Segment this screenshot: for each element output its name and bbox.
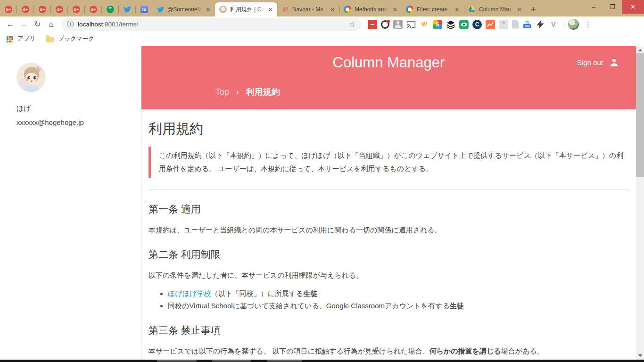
google-api-icon — [344, 6, 351, 13]
list-item: 同校のVirtual Schoolに基づいて支給されている、Google Cla… — [168, 300, 628, 311]
section-body-2: 以下の条件を満たした者に、本サービスの利用権限が与えられる。 — [149, 270, 628, 281]
googleplus-icon: G+ — [73, 6, 80, 13]
pinned-tab-mastodon[interactable]: m — [136, 2, 153, 16]
tab-label: Files: create — [417, 6, 451, 13]
bookmarks-folder-label[interactable]: ブックマーク — [58, 35, 94, 43]
kebab-menu-icon[interactable]: ⋮ — [585, 20, 592, 29]
list-item-bold: 生徒 — [303, 289, 317, 297]
app-header: Column Manager Sign out Top › 利用規約 — [141, 46, 636, 109]
chevron-right-icon: › — [236, 87, 239, 97]
pinned-tab-googleplus[interactable]: G+ — [34, 2, 51, 16]
breadcrumb-top-link[interactable]: Top — [215, 87, 229, 97]
tab-close-icon[interactable]: ✕ — [268, 7, 273, 13]
user-email: xxxxxx@hogehoge.jp — [17, 118, 124, 126]
extensions-area: ••• W S C * mON V — [368, 20, 558, 29]
list-item: ほげほげ学校（以下「同校」）に所属する生徒 — [168, 288, 628, 299]
googleplus-icon: G+ — [90, 6, 97, 13]
googleplus-icon: G+ — [56, 6, 63, 13]
home-icon[interactable]: ⌂ — [45, 20, 58, 29]
minimize-button[interactable]: – — [584, 0, 603, 14]
new-tab-button[interactable]: + — [526, 2, 540, 16]
twitter-icon — [157, 6, 164, 13]
user-avatar — [17, 63, 46, 92]
terms-intro-quote: この利用規約（以下「本規約」）によって、ほげほげ（以下「当組織」）がこのウェブサ… — [149, 147, 628, 178]
scroll-down-icon[interactable] — [638, 354, 642, 357]
pinned-tab-googleplus[interactable]: G+ — [17, 2, 34, 16]
dark-circle-extension-icon[interactable] — [381, 20, 389, 29]
pinned-tab-googleplus[interactable]: G+ — [85, 2, 102, 16]
list-item-bold: 生徒 — [450, 302, 464, 310]
scrollbar-thumb[interactable] — [636, 53, 644, 177]
tab-methods[interactable]: Methods and ✕ — [339, 2, 402, 16]
apps-grid-icon[interactable] — [7, 36, 13, 42]
browser-toolbar: ← → ↻ ⌂ ⓘ localhost:8001/terms/ ☆ ••• W … — [0, 16, 644, 32]
tab-label: Column Man — [479, 6, 513, 13]
pinned-tab-twitter[interactable] — [119, 2, 136, 16]
reload-icon[interactable]: ↻ — [31, 19, 44, 29]
forward-icon[interactable]: → — [17, 20, 30, 29]
sign-out-label[interactable]: Sign out — [577, 58, 603, 66]
grey-person-extension-icon[interactable] — [393, 20, 403, 29]
browser-profile-avatar[interactable] — [568, 19, 579, 30]
list-item-text: 同校のVirtual Schoolに基づいて支給されている、Google Cla… — [168, 302, 450, 310]
tab-navbar-materialize[interactable]: M Navbar - Ma ✕ — [277, 2, 339, 16]
grey-flower-extension-icon[interactable]: * — [499, 20, 508, 29]
sign-out[interactable]: Sign out — [577, 58, 619, 67]
bookmark-star-icon[interactable]: ☆ — [349, 20, 355, 29]
back-icon[interactable]: ← — [4, 20, 17, 29]
url-path: :8001/terms/ — [103, 21, 138, 28]
scroll-up-icon[interactable] — [638, 49, 642, 51]
toolbar-divider — [563, 20, 563, 29]
school-link[interactable]: ほげほげ学校 — [168, 289, 211, 297]
close-button[interactable]: ✕ — [622, 0, 644, 14]
orange-chart-extension-icon[interactable] — [486, 20, 495, 29]
tab-column-manager[interactable]: Column Man ✕ — [464, 2, 526, 16]
body-text: 本サービスでは以下の行為を禁ずる。 以下の項目に抵触する行為が見受けられた場合、 — [149, 347, 429, 355]
main-area: Column Manager Sign out Top › 利用規約 利用規約 … — [141, 46, 636, 360]
google-api-icon — [406, 6, 413, 13]
v-grey-extension-icon[interactable]: V — [549, 20, 558, 29]
dark-c-extension-icon[interactable]: C — [472, 20, 482, 29]
red-dots-extension-icon[interactable]: ••• — [368, 20, 377, 29]
tab-label: @SomeoneM — [167, 6, 202, 13]
restore-button[interactable]: ❐ — [603, 0, 622, 14]
black-layers-extension-icon[interactable] — [446, 20, 455, 29]
section-body-1: 本規約は、ユーザーと当組織との間の本サービスの利用に関わる一切の関係に適用される… — [149, 225, 628, 236]
apps-bookmark-label[interactable]: アプリ — [17, 35, 35, 43]
tab-close-icon[interactable]: ✕ — [206, 7, 211, 13]
tab-close-icon[interactable]: ✕ — [392, 7, 397, 13]
section-heading-3: 第三条 禁止事項 — [149, 324, 628, 337]
tab-terms-active[interactable]: 利用規約 | Co ✕ — [215, 2, 277, 16]
terms-content: 利用規約 この利用規約（以下「本規約」）によって、ほげほげ（以下「当組織」）がこ… — [141, 109, 636, 360]
pinned-tab-googleplus[interactable]: G+ — [68, 2, 85, 16]
cast-icon[interactable] — [406, 20, 416, 29]
tab-label: Navbar - Ma — [292, 6, 327, 13]
tab-close-icon[interactable]: ✕ — [517, 7, 522, 13]
w-extension-icon[interactable]: W — [420, 20, 429, 29]
pinned-tab-googleplus[interactable]: G+ — [0, 2, 17, 16]
address-bar[interactable]: ⓘ localhost:8001/terms/ ☆ — [61, 18, 361, 31]
tab-files-create[interactable]: Files: create ✕ — [402, 2, 464, 16]
user-name: ほげ — [17, 104, 124, 113]
tab-close-icon[interactable]: ✕ — [454, 7, 460, 13]
m-on-extension-icon[interactable]: mON — [522, 20, 532, 29]
grey-document-extension-icon[interactable] — [512, 20, 519, 29]
twitter-icon — [124, 6, 131, 13]
tab-label: Methods and — [355, 6, 389, 13]
section-body-3: 本サービスでは以下の行為を禁ずる。 以下の項目に抵触する行為が見受けられた場合、… — [149, 346, 628, 357]
tab-close-icon[interactable]: ✕ — [330, 7, 335, 13]
section-heading-2: 第二条 利用制限 — [149, 248, 628, 261]
googleplus-icon: G+ — [22, 6, 29, 13]
info-icon[interactable]: ⓘ — [67, 20, 74, 29]
pinned-tab-googleplus[interactable]: G+ — [51, 2, 68, 16]
tab-someonem[interactable]: @SomeoneM ✕ — [153, 2, 215, 16]
taskbar-edge — [0, 360, 644, 362]
pinned-tab-hangouts[interactable]: ” — [102, 2, 119, 16]
tab-strip: G+ G+ G+ G+ G+ G+ ” m @SomeoneM ✕ 利用規約 |… — [0, 0, 644, 16]
eligibility-list: ほげほげ学校（以下「同校」）に所属する生徒 同校のVirtual Schoolに… — [168, 288, 628, 312]
s-colorful-extension-icon[interactable]: S — [433, 20, 442, 29]
lightning-extension-icon[interactable] — [536, 20, 545, 29]
green-eye-extension-icon[interactable] — [459, 20, 469, 29]
page-scrollbar[interactable] — [636, 46, 644, 360]
bookmark-folder-icon[interactable] — [46, 37, 54, 42]
